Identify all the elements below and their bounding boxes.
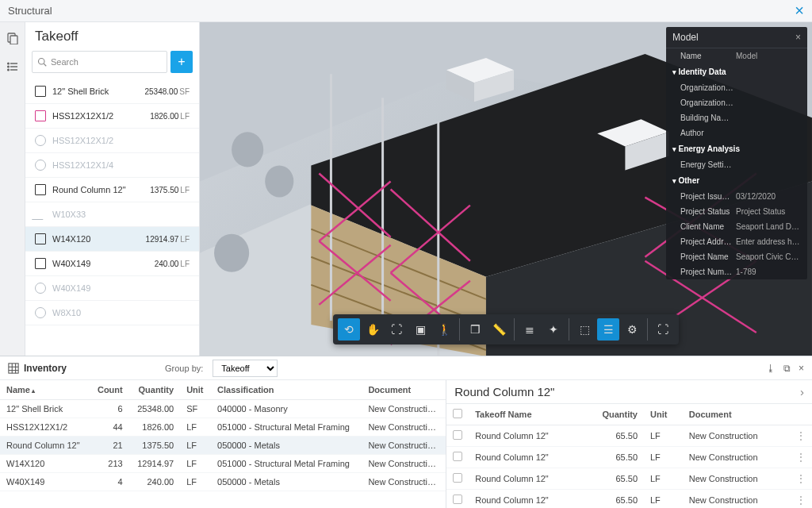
measure-icon[interactable]: 📏 (488, 318, 510, 341)
table-row[interactable]: Round Column 12"211375.50LF050000 - Meta… (0, 437, 446, 455)
sidebar-item[interactable]: HSS12X12X1/2 (25, 129, 199, 153)
fullscreen-icon[interactable]: ⛶ (652, 318, 674, 341)
properties-close-icon[interactable]: × (795, 32, 801, 43)
prop-row: Energy Setti… (666, 157, 807, 172)
close-panel-icon[interactable]: × (799, 363, 804, 374)
table-row[interactable]: Round Column 12"65.50LFNew Construction⋮ (446, 425, 812, 447)
groupby-select[interactable]: Takeoff (213, 360, 278, 377)
copy-icon[interactable] (5, 30, 21, 46)
select-all-checkbox[interactable] (453, 409, 462, 418)
add-button[interactable]: + (170, 51, 193, 73)
popout-icon[interactable]: ⧉ (783, 363, 791, 374)
item-qty: 25348.00 (145, 87, 178, 96)
list-icon[interactable] (5, 59, 21, 75)
col-doc2[interactable]: Document (683, 404, 789, 425)
cube-icon (35, 233, 46, 244)
row-checkbox[interactable] (453, 452, 462, 461)
orbit-icon[interactable]: ⟲ (338, 318, 360, 341)
col-count[interactable]: Count (90, 380, 129, 400)
table-row[interactable]: HSS12X12X1/2441826.00LF051000 - Structur… (0, 418, 446, 437)
detail-table: Round Column 12" › ⚙ Takeoff Name Quanti… (446, 380, 812, 508)
settings-icon[interactable]: ⚙ (621, 318, 643, 341)
col-document[interactable]: Document (362, 380, 446, 400)
inventory-table: Name▴ Count Quantity Unit Classification… (0, 380, 446, 508)
more-icon[interactable]: ⋮ (795, 494, 806, 506)
prop-row: Project Num…1-789 (666, 264, 807, 279)
svg-point-39 (265, 165, 293, 197)
row-checkbox[interactable] (453, 495, 462, 504)
sidebar-item[interactable]: HSS12X12X1/21826.00 LF (25, 104, 199, 129)
table-row[interactable]: W14X12021312914.97LF051000 - Structural … (0, 455, 446, 473)
item-unit: LF (180, 112, 190, 121)
prop-row: Organization… (666, 80, 807, 95)
sidebar-item[interactable]: W14X12012914.97 LF (25, 227, 199, 252)
firstperson-icon[interactable]: ▣ (409, 318, 431, 341)
properties-title: Model (672, 32, 699, 43)
groupby-label: Group by: (165, 364, 203, 373)
cube-icon (35, 258, 46, 269)
prop-row: Project NameSeaport Civic Center (666, 249, 807, 264)
sidebar-item[interactable]: W40X149 (25, 276, 199, 301)
properties-icon[interactable]: ☰ (597, 318, 619, 341)
layers-icon[interactable]: ≣ (519, 318, 541, 341)
table-row[interactable]: 12" Shell Brick625348.00SF040000 - Mason… (0, 400, 446, 418)
svg-rect-1 (10, 36, 17, 44)
search-placeholder: Search (51, 57, 79, 67)
pan-icon[interactable]: ✋ (362, 318, 384, 341)
item-qty: 240.00 (155, 260, 179, 268)
download-icon[interactable]: ⭳ (766, 363, 776, 374)
sidebar-item[interactable]: W40X149240.00 LF (25, 252, 199, 276)
col-takeoff-name[interactable]: Takeoff Name (469, 404, 581, 425)
table-row[interactable]: Round Column 12"65.50LFNew Construction⋮ (446, 447, 812, 468)
sidebar-item[interactable]: W10X33 (25, 202, 199, 227)
cube-icon (35, 86, 46, 97)
fit-icon[interactable]: ⛶ (385, 318, 408, 341)
table-row[interactable]: Round Column 12"65.50LFNew Construction⋮ (446, 490, 812, 509)
row-checkbox[interactable] (453, 473, 462, 483)
properties-panel: Model × NameModelIdentity DataOrganizati… (666, 27, 807, 279)
prop-category[interactable]: Identity Data (666, 64, 807, 80)
item-name: 12" Shell Brick (52, 87, 145, 96)
row-checkbox[interactable] (453, 430, 462, 440)
item-name: HSS12X12X1/2 (52, 111, 150, 121)
svg-line-9 (44, 64, 46, 66)
table-row[interactable]: W40X1494240.00LF050000 - MetalsNew Const… (0, 473, 446, 491)
close-icon[interactable]: × (795, 2, 804, 20)
sidebar-item[interactable]: 12" Shell Brick25348.00 SF (25, 79, 199, 104)
viewport-toolbar: ⟲ ✋ ⛶ ▣ 🚶 ❒ 📏 ≣ ✦ ⬚ ☰ ⚙ ⛶ (333, 314, 679, 344)
item-qty: 1826.00 (150, 112, 178, 121)
sidebar-item[interactable]: HSS12X12X1/4 (25, 153, 199, 178)
table-row[interactable]: Round Column 12"65.50LFNew Construction⋮ (446, 468, 812, 490)
col-qty2[interactable]: Quantity (581, 404, 644, 425)
3d-viewport[interactable]: ⟲ ✋ ⛶ ▣ 🚶 ❒ 📏 ≣ ✦ ⬚ ☰ ⚙ ⛶ Model × NameMo… (200, 22, 812, 356)
item-name: W40X149 (52, 283, 190, 293)
col-unit[interactable]: Unit (180, 380, 211, 400)
titlebar: Structural × (0, 0, 812, 22)
tree-icon[interactable]: ⬚ (573, 318, 596, 341)
prop-row: Organization… (666, 95, 807, 110)
col-classification[interactable]: Classification (211, 380, 362, 400)
more-icon[interactable]: ⋮ (795, 472, 806, 485)
circle-icon (35, 283, 46, 294)
circle-icon (35, 135, 46, 146)
col-name[interactable]: Name▴ (0, 380, 90, 400)
prop-category[interactable]: Other (666, 172, 807, 189)
search-input[interactable]: Search (32, 51, 167, 73)
window-title: Structural (8, 5, 52, 17)
sidebar-item[interactable]: Round Column 12"1375.50 LF (25, 178, 199, 202)
col-quantity[interactable]: Quantity (129, 380, 180, 400)
svg-point-8 (39, 59, 45, 65)
sidebar-item[interactable]: W8X10 (25, 301, 199, 325)
chevron-right-icon[interactable]: › (800, 385, 804, 398)
section-icon[interactable]: ❒ (464, 318, 486, 341)
item-name: HSS12X12X1/4 (52, 160, 190, 170)
svg-point-38 (232, 132, 263, 167)
explode-icon[interactable]: ✦ (542, 318, 565, 341)
walk-icon[interactable]: 🚶 (433, 318, 455, 341)
more-icon[interactable]: ⋮ (795, 429, 806, 442)
more-icon[interactable]: ⋮ (795, 451, 806, 464)
col-unit2[interactable]: Unit (644, 404, 683, 425)
circle-icon (35, 307, 46, 318)
inventory-title: Inventory (8, 363, 67, 374)
prop-category[interactable]: Energy Analysis (666, 140, 807, 157)
